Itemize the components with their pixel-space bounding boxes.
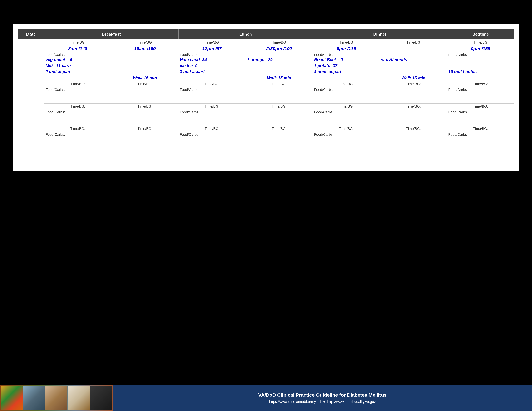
- row2-et-di2: Time/BG:: [380, 104, 447, 109]
- row1-time-bf1: 8am /148: [44, 46, 111, 52]
- row1-insulin-bf2: [111, 69, 178, 75]
- spacer2: [18, 116, 514, 126]
- row1-ef-date: [18, 87, 44, 93]
- row1-food2-bf1: Milk–11 carb: [44, 63, 111, 69]
- row1-insulin-lu2: [246, 69, 313, 75]
- row2-et-bt: Time/BG:: [447, 104, 514, 109]
- row2-ef-lu: Food/Carbs:: [179, 109, 313, 115]
- row1-et-bf2: Time/BG:: [111, 81, 178, 87]
- bedtime-header: Bedtime: [447, 29, 514, 39]
- timebg-di2: Time/BG: [380, 39, 447, 46]
- row1-food2-lu1: ice tea–0: [179, 63, 246, 69]
- row3-et-di1: Time/BG:: [313, 126, 380, 132]
- row1-food2-di2: [380, 63, 447, 69]
- row1-insulin-di2: [380, 69, 447, 75]
- row2-et-di1: Time/BG:: [313, 104, 380, 109]
- row2-bottom-line: [18, 115, 514, 116]
- row1-food-label-di: Food/Carbs:: [313, 52, 447, 57]
- row1-food-di1: Roast Beef – 0: [313, 57, 380, 63]
- row1-ef-bt: Food/Carbs: [447, 87, 514, 93]
- row1-food-values2: Milk–11 carb ice tea–0 1 potato–37: [18, 63, 514, 69]
- row1-et-lu2: Time/BG:: [246, 81, 313, 87]
- row1-food-bf1: veg omlet – 6: [44, 57, 111, 63]
- footer-urls: https://www.qmo.amedd.army.mil http://ww…: [269, 400, 376, 404]
- row3-empty-food: Food/Carbs: Food/Carbs: Food/Carbs: Food…: [18, 132, 514, 138]
- column-headers: Date Breakfast Lunch Dinner Bedtime: [18, 29, 514, 39]
- row1-food-values: veg omlet – 6 Ham sand–34 1 orange– 20 R…: [18, 57, 514, 63]
- row1-ex-lu1: [179, 75, 246, 81]
- row1-food2-bt: [447, 63, 514, 69]
- row2-et-bf1: Time/BG:: [44, 104, 111, 109]
- row3-ef-date: [18, 132, 44, 138]
- row2-ef-di: Food/Carbs:: [313, 109, 447, 115]
- row1-ex-di1: [313, 75, 380, 81]
- row1-food-date: [18, 52, 44, 57]
- footer-title: VA/DoD Clinical Practice Guideline for D…: [258, 392, 387, 398]
- row3-et-lu2: Time/BG:: [246, 126, 313, 132]
- row1-food-lu1: Ham sand–34: [179, 57, 246, 63]
- row1-insulin-di1: 4 units aspart: [313, 69, 380, 75]
- row1-food-bt: [447, 57, 514, 63]
- footer-dot: [323, 401, 325, 403]
- row1-bottom-line: [18, 93, 514, 94]
- timebg-di1: Time/BG: [313, 39, 380, 46]
- dinner-header: Dinner: [313, 29, 447, 39]
- row2-et-lu2: Time/BG:: [246, 104, 313, 109]
- footer-img-exercise: [23, 386, 45, 410]
- row1-ex-lu2: Walk 15 min: [246, 75, 313, 81]
- row1-food2-di1: 1 potato–37: [313, 63, 380, 69]
- row3-ef-lu: Food/Carbs:: [179, 132, 313, 138]
- row1-et-lu1: Time/BG:: [179, 81, 246, 87]
- timebg-subheader: Time/BG Time/BG Time/BG Time/BG Time/BG …: [18, 39, 514, 46]
- row1-empty-food: Food/Carbs: Food/Carbs: Food/Carbs: Food…: [18, 87, 514, 93]
- timebg-bt: Time/BG: [447, 39, 514, 46]
- row1-et-di1: Time/BG:: [313, 81, 380, 87]
- row3-ef-bf: Food/Carbs:: [44, 132, 179, 138]
- row2-et-bf2: Time/BG:: [111, 104, 178, 109]
- row3-et-date: [18, 126, 44, 132]
- row1-et-date: [18, 81, 44, 87]
- row3-et-bf1: Time/BG:: [44, 126, 111, 132]
- row1-ex-date: [18, 75, 44, 81]
- row1-fv-date: [18, 57, 44, 63]
- row3-ef-bt: Food/Carbs: [447, 132, 514, 138]
- row1-et-bt: Time/BG:: [447, 81, 514, 87]
- row3-et-bf2: Time/BG:: [111, 126, 178, 132]
- row1-ef-di: Food/Carbs:: [313, 87, 447, 93]
- row1-food-label-bf: Food/Carbs:: [44, 52, 179, 57]
- row1-fv2-date: [18, 63, 44, 69]
- row1-time-bt: 9pm /155: [447, 46, 514, 52]
- row1-food2-bf2: [111, 63, 178, 69]
- row1-time-values: 8am /148 10am /160 12pm /97 2:30pm /102 …: [18, 46, 514, 52]
- row1-empty-time: Time/BG: Time/BG: Time/BG: Time/BG: Time…: [18, 81, 514, 87]
- row1-time-lu2: 2:30pm /102: [246, 46, 313, 52]
- row1-food-lu2: 1 orange– 20: [246, 57, 313, 63]
- row1-food-bf2: [111, 57, 178, 63]
- row1-insulin-lu1: 3 unit aspart: [179, 69, 246, 75]
- row1-food-label-lu: Food/Carbs:: [179, 52, 313, 57]
- row1-insulin-bt: 10 unit Lantus: [447, 69, 514, 75]
- row3-et-lu1: Time/BG:: [179, 126, 246, 132]
- row1-et-bf1: Time/BG:: [44, 81, 111, 87]
- footer-url1: https://www.qmo.amedd.army.mil: [269, 400, 321, 404]
- footer-img-skeleton: [46, 386, 67, 410]
- footer-url2: http://www.healthquality.va.gov: [327, 400, 376, 404]
- row1-food-label-bt: Food/Carbs: [447, 52, 514, 57]
- row3-ef-di: Food/Carbs:: [313, 132, 447, 138]
- breakfast-header: Breakfast: [44, 29, 179, 39]
- row2-ef-bf: Food/Carbs:: [44, 109, 179, 115]
- row1-exercise: Walk 15 min Walk 15 min Walk 15 min: [18, 75, 514, 81]
- row1-food2-lu2: [246, 63, 313, 69]
- row2-et-lu1: Time/BG:: [179, 104, 246, 109]
- row1-ef-lu: Food/Carbs:: [179, 87, 313, 93]
- date-subcell: [18, 39, 44, 46]
- row1-et-di2: Time/BG:: [380, 81, 447, 87]
- footer-img-document: [68, 386, 90, 410]
- row1-time-di1: 6pm /116: [313, 46, 380, 52]
- row1-ef-bf: Food/Carbs:: [44, 87, 179, 93]
- spacer1: [18, 94, 514, 104]
- lunch-header: Lunch: [179, 29, 313, 39]
- footer-bar: VA/DoD Clinical Practice Guideline for D…: [0, 385, 532, 411]
- row1-insulin-bf1: 2 unit aspart: [44, 69, 111, 75]
- footer-images: [0, 385, 113, 411]
